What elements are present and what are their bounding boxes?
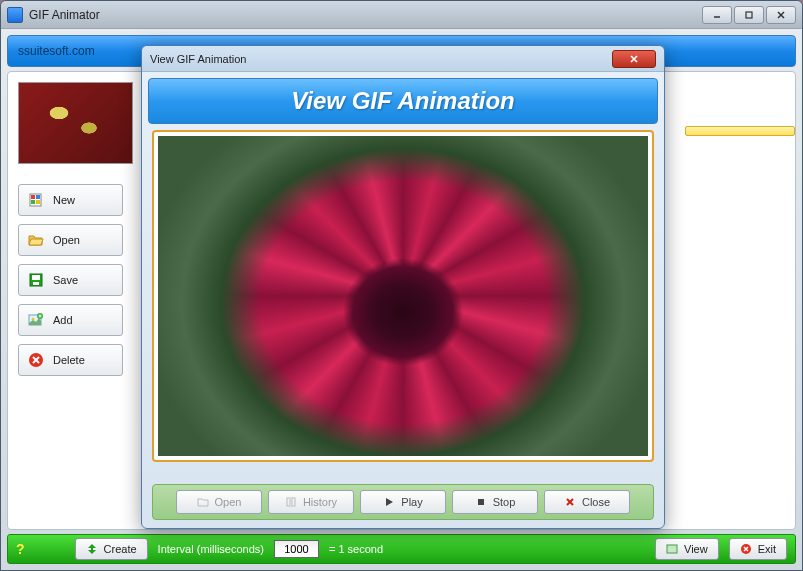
dialog-history-label: History	[303, 496, 337, 508]
svg-rect-8	[36, 200, 40, 204]
interval-suffix: = 1 second	[329, 543, 383, 555]
play-icon	[383, 496, 395, 508]
new-icon	[27, 191, 45, 209]
save-label: Save	[53, 274, 78, 286]
header-link[interactable]: ssuitesoft.com	[18, 44, 95, 58]
dialog-title: View GIF Animation	[150, 53, 612, 65]
open-label: Open	[53, 234, 80, 246]
create-label: Create	[104, 543, 137, 555]
close-window-button[interactable]	[766, 6, 796, 24]
dialog-close-button[interactable]	[612, 50, 656, 68]
svg-rect-16	[667, 545, 677, 553]
folder-open-icon	[27, 231, 45, 249]
svg-rect-5	[31, 195, 35, 199]
view-label: View	[684, 543, 708, 555]
dialog-header-text: View GIF Animation	[291, 87, 515, 115]
delete-label: Delete	[53, 354, 85, 366]
titlebar[interactable]: GIF Animator	[1, 1, 802, 29]
save-button[interactable]: Save	[18, 264, 123, 296]
dialog-stop-button[interactable]: Stop	[452, 490, 538, 514]
dialog-stop-label: Stop	[493, 496, 516, 508]
minimize-button[interactable]	[702, 6, 732, 24]
dialog-button-bar: Open History Play Stop Close	[152, 484, 654, 520]
progress-strip	[685, 126, 795, 136]
dialog-titlebar[interactable]: View GIF Animation	[142, 46, 664, 72]
new-label: New	[53, 194, 75, 206]
thumbnail-preview[interactable]	[18, 82, 133, 164]
image-frame	[152, 130, 654, 462]
view-button[interactable]: View	[655, 538, 719, 560]
svg-rect-11	[33, 282, 39, 285]
open-button[interactable]: Open	[18, 224, 123, 256]
svg-rect-7	[31, 200, 35, 204]
delete-button[interactable]: Delete	[18, 344, 123, 376]
stop-icon	[475, 496, 487, 508]
main-window: GIF Animator ssuitesoft.com New Open Sav…	[0, 0, 803, 571]
sidebar: New Open Save Add Delete	[18, 184, 123, 376]
dialog-play-label: Play	[401, 496, 422, 508]
dialog-header: View GIF Animation	[148, 78, 658, 124]
dialog-open-label: Open	[215, 496, 242, 508]
help-button[interactable]: ?	[16, 541, 25, 557]
add-label: Add	[53, 314, 73, 326]
window-title: GIF Animator	[29, 8, 702, 22]
create-button[interactable]: Create	[75, 538, 148, 560]
exit-icon	[740, 543, 752, 555]
add-button[interactable]: Add	[18, 304, 123, 336]
dialog-close-label: Close	[582, 496, 610, 508]
exit-button[interactable]: Exit	[729, 538, 787, 560]
folder-open-icon	[197, 496, 209, 508]
delete-icon	[27, 351, 45, 369]
svg-rect-10	[32, 275, 40, 280]
exit-label: Exit	[758, 543, 776, 555]
svg-rect-1	[746, 12, 752, 18]
add-image-icon	[27, 311, 45, 329]
maximize-button[interactable]	[734, 6, 764, 24]
app-icon	[7, 7, 23, 23]
svg-rect-22	[478, 499, 484, 505]
close-icon	[564, 496, 576, 508]
dialog-open-button[interactable]: Open	[176, 490, 262, 514]
history-icon	[285, 496, 297, 508]
dialog-close-button-bottom[interactable]: Close	[544, 490, 630, 514]
bottom-toolbar: ? Create Interval (milliseconds) 1000 = …	[7, 534, 796, 564]
interval-label: Interval (milliseconds)	[158, 543, 264, 555]
svg-rect-6	[36, 195, 40, 199]
new-button[interactable]: New	[18, 184, 123, 216]
dialog-play-button[interactable]: Play	[360, 490, 446, 514]
gif-preview	[158, 136, 648, 456]
view-icon	[666, 543, 678, 555]
view-gif-dialog: View GIF Animation View GIF Animation Op…	[141, 45, 665, 529]
save-icon	[27, 271, 45, 289]
create-icon	[86, 543, 98, 555]
dialog-history-button[interactable]: History	[268, 490, 354, 514]
interval-input[interactable]: 1000	[274, 540, 319, 558]
